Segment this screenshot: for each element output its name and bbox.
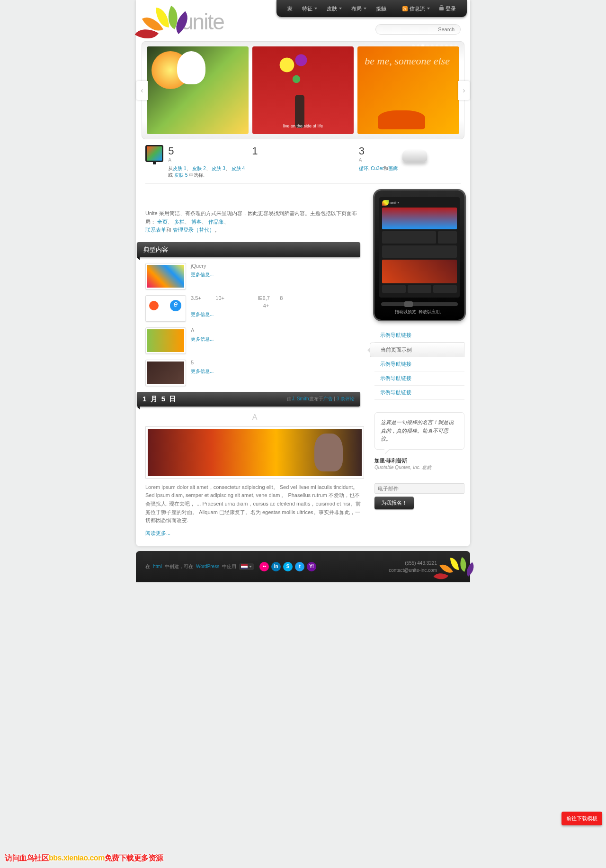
- feature-link[interactable]: Cu3er: [371, 166, 383, 171]
- search-input[interactable]: [375, 24, 461, 35]
- nav-skins[interactable]: 皮肤: [322, 5, 346, 12]
- twitter-icon[interactable]: t: [295, 562, 304, 571]
- signup-button[interactable]: 为我报名！: [374, 497, 414, 509]
- thumbnail[interactable]: [145, 327, 186, 354]
- intro-link[interactable]: 博客: [191, 219, 202, 225]
- feature-sub: A: [359, 157, 398, 163]
- feature-number: 5: [168, 145, 247, 157]
- slide-caption: live on the side of life: [252, 124, 354, 128]
- post-category-link[interactable]: 广告: [323, 396, 333, 401]
- post-body: Lorem ipsum dolor sit amet，consectetur a…: [145, 483, 364, 525]
- nav-home[interactable]: 家: [283, 5, 297, 12]
- yahoo-icon[interactable]: Y!: [307, 562, 316, 571]
- skype-icon[interactable]: S: [283, 562, 293, 571]
- post-author-link[interactable]: J. Smith: [292, 396, 309, 401]
- skin-link[interactable]: 皮肤 5: [174, 172, 187, 178]
- slide[interactable]: [147, 46, 249, 134]
- intro-link[interactable]: 管理登录（替代）: [173, 227, 214, 233]
- slider-next[interactable]: ›: [458, 81, 470, 100]
- intro-link[interactable]: 全页: [157, 219, 168, 225]
- post-image[interactable]: [145, 426, 364, 479]
- logo-text: unite: [181, 9, 224, 35]
- logo-icon: [145, 9, 178, 35]
- phone-caption: 拖动以预览. 释放以应用。: [379, 309, 460, 315]
- flag-icon: [241, 564, 248, 569]
- subnav-item[interactable]: 示例导航链接: [374, 371, 464, 386]
- chevron-down-icon: [364, 8, 366, 9]
- skin-link[interactable]: 皮肤 4: [232, 166, 245, 171]
- projector-icon: [402, 149, 427, 162]
- nav-layout[interactable]: 布局: [347, 5, 371, 12]
- nav-feed[interactable]: 信息流: [398, 5, 434, 12]
- slide[interactable]: live on the side of life: [252, 46, 354, 134]
- chevron-down-icon: [314, 8, 317, 9]
- nav-contact[interactable]: 接触: [372, 5, 391, 12]
- flickr-icon[interactable]: ••: [259, 562, 269, 571]
- footer-email: contact@unite-inc.com: [389, 567, 437, 574]
- intro-link[interactable]: 多栏: [174, 219, 185, 225]
- list-item: 3.5+ 10+ IE6,7 8 4+更多信息...: [145, 295, 364, 322]
- section-heading: 典型内容: [137, 242, 360, 257]
- rss-icon: [402, 6, 408, 11]
- thumbnail[interactable]: [145, 360, 186, 386]
- more-link[interactable]: 更多信息...: [191, 336, 364, 343]
- nav-login[interactable]: 登录: [435, 5, 460, 12]
- phone-slider[interactable]: [381, 302, 458, 306]
- footer: 在 html 中创建，可在 WordPress 中使用 •• in S t Y!…: [136, 551, 470, 582]
- skin-link[interactable]: 皮肤 3: [212, 166, 225, 171]
- post-header: 1 月 5 日 由J. Smith发布于广告 | 3 条评论: [137, 392, 360, 407]
- list-item: 5更多信息...: [145, 360, 364, 386]
- footer-logo-icon: [440, 559, 461, 576]
- footer-link[interactable]: WordPress: [196, 564, 219, 569]
- subnav-item-active[interactable]: 当前页面示例: [370, 343, 464, 357]
- sub-nav: 示例导航链接 当前页面示例 示例导航链接 示例导航链接 示例导航链接: [374, 328, 464, 400]
- slider-prev[interactable]: ‹: [136, 81, 148, 100]
- feature-row: 5 A 从皮肤 1、 皮肤 2、 皮肤 3、 皮肤 4或 皮肤 5 中选择. 1…: [145, 145, 461, 184]
- subnav-item[interactable]: 示例导航链接: [374, 386, 464, 400]
- more-link[interactable]: 更多信息...: [191, 368, 364, 375]
- nav-features[interactable]: 特征: [298, 5, 321, 12]
- more-link[interactable]: 更多信息...: [191, 311, 364, 318]
- subnav-item[interactable]: 示例导航链接: [374, 328, 464, 343]
- intro-link[interactable]: 作品集: [208, 219, 224, 225]
- footer-link[interactable]: html: [153, 564, 162, 569]
- slide[interactable]: be me, someone else: [357, 46, 459, 134]
- list-item: jQuery更多信息...: [145, 263, 364, 289]
- phone-preview: unite 拖动以预览. 释放以应用。: [374, 190, 464, 320]
- email-input[interactable]: [374, 483, 464, 494]
- lock-icon: [439, 7, 444, 10]
- list-item: A更多信息...: [145, 327, 364, 354]
- intro-text: Unite 采用简洁、有条理的方式来呈现内容，因此更容易找到所需内容。主题包括以…: [145, 209, 364, 235]
- linkedin-icon[interactable]: in: [271, 562, 281, 571]
- language-selector[interactable]: [239, 563, 254, 570]
- hero-slider: live on the side of life be me, someone …: [142, 41, 464, 139]
- skin-link[interactable]: 皮肤 1: [173, 166, 186, 171]
- logo[interactable]: unite: [145, 9, 224, 35]
- thumbnail[interactable]: [145, 295, 186, 322]
- testimonial: 这真是一句很棒的名言！我是说真的，真的很棒。简直不可思议。: [374, 412, 464, 450]
- feature-number: 3: [359, 145, 398, 157]
- post-title: A: [145, 413, 364, 422]
- feature-desc: 循环, Cu3er和画廊: [359, 165, 398, 172]
- testimonial-author: 加里·菲利普斯Quotable Quotes, Inc. 总裁: [374, 457, 464, 471]
- footer-phone: (555) 443.3221: [389, 560, 437, 567]
- phone-screen: unite: [379, 197, 460, 298]
- top-nav: 家 特征 皮肤 布局 接触 信息流 登录: [276, 0, 467, 17]
- post-comments-link[interactable]: 3 条评论: [337, 396, 355, 401]
- chevron-down-icon: [427, 8, 430, 9]
- read-more-link[interactable]: 阅读更多...: [145, 530, 364, 537]
- monitor-icon: [145, 145, 163, 162]
- skin-link[interactable]: 皮肤 2: [192, 166, 205, 171]
- thumbnail[interactable]: [145, 263, 186, 289]
- feature-link[interactable]: 画廊: [388, 166, 398, 171]
- more-link[interactable]: 更多信息...: [191, 271, 364, 278]
- feature-sub: A: [168, 157, 247, 163]
- post-meta: 由J. Smith发布于广告 | 3 条评论: [287, 396, 355, 402]
- chevron-down-icon: [249, 566, 252, 568]
- intro-link[interactable]: 联系表单: [145, 227, 166, 233]
- slide-caption: be me, someone else: [365, 56, 450, 66]
- feature-desc: 从皮肤 1、 皮肤 2、 皮肤 3、 皮肤 4或 皮肤 5 中选择.: [168, 165, 247, 179]
- post-date: 1 月 5 日: [143, 395, 177, 404]
- feature-link[interactable]: 循环: [359, 166, 368, 171]
- subnav-item[interactable]: 示例导航链接: [374, 357, 464, 371]
